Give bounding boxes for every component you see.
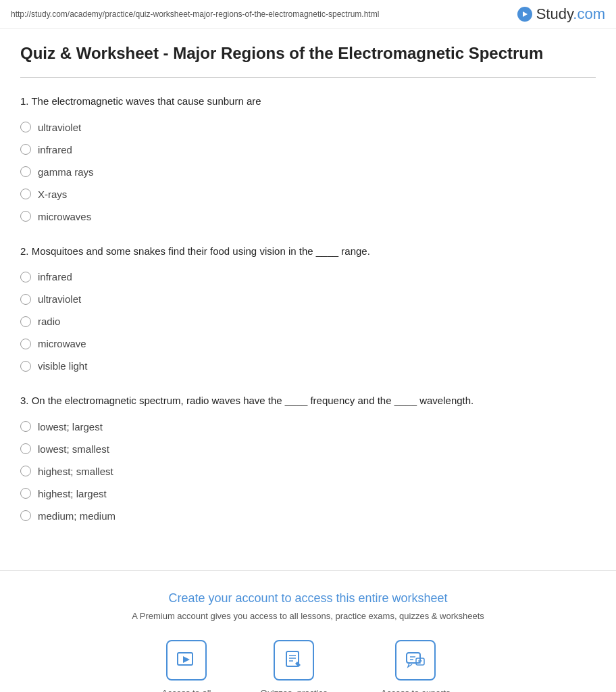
- url-display: http://study.com/academy/practice/quiz-w…: [11, 9, 379, 19]
- radio-q1-o4[interactable]: [20, 189, 31, 199]
- logo-text: Study.com: [536, 5, 605, 23]
- radio-q3-o2[interactable]: [20, 443, 31, 454]
- option-label-q2-o3: radio: [38, 316, 60, 327]
- radio-q3-o5[interactable]: [20, 510, 31, 521]
- top-bar: http://study.com/academy/practice/quiz-w…: [0, 0, 616, 29]
- feature-video: Access to allvideo lessons: [160, 640, 213, 692]
- option-label-q1-o4: X-rays: [38, 189, 67, 200]
- logo: Study.com: [517, 5, 605, 23]
- question-1-option-3[interactable]: gamma rays: [20, 165, 596, 179]
- svg-marker-2: [183, 656, 190, 663]
- question-1-option-1[interactable]: ultraviolet: [20, 120, 596, 134]
- question-3-option-3[interactable]: highest; smallest: [20, 464, 596, 478]
- radio-q1-o1[interactable]: [20, 122, 31, 132]
- radio-q1-o2[interactable]: [20, 144, 31, 155]
- question-1: 1. The electromagnetic waves that cause …: [20, 94, 596, 224]
- feature-video-label: Access to allvideo lessons: [160, 687, 213, 692]
- feature-quizzes-label: Quizzes, practice exams& worksheets: [253, 687, 334, 692]
- video-icon: [166, 640, 207, 681]
- question-2-options: infraredultravioletradiomicrowavevisible…: [20, 270, 596, 373]
- question-2-option-1[interactable]: infrared: [20, 270, 596, 284]
- cta-section: Create your account to access this entir…: [0, 570, 616, 692]
- main-content: Quiz & Worksheet - Major Regions of the …: [0, 29, 616, 564]
- radio-q1-o3[interactable]: [20, 166, 31, 177]
- option-label-q3-o1: lowest; largest: [38, 421, 103, 432]
- radio-q3-o4[interactable]: [20, 488, 31, 499]
- option-label-q3-o2: lowest; smallest: [38, 443, 109, 455]
- question-3-option-2[interactable]: lowest; smallest: [20, 442, 596, 456]
- radio-q2-o2[interactable]: [20, 294, 31, 305]
- chat-icon: [395, 640, 436, 681]
- cta-subtitle: A Premium account gives you access to al…: [14, 611, 602, 621]
- cta-title: Create your account to access this entir…: [14, 591, 602, 606]
- radio-q2-o1[interactable]: [20, 272, 31, 282]
- questions-container: 1. The electromagnetic waves that cause …: [20, 94, 596, 523]
- feature-experts-label: Access to experts forhomework questions: [375, 687, 456, 692]
- question-2-option-5[interactable]: visible light: [20, 359, 596, 373]
- question-1-text: 1. The electromagnetic waves that cause …: [20, 94, 596, 109]
- option-label-q2-o5: visible light: [38, 360, 87, 372]
- radio-q1-o5[interactable]: [20, 211, 31, 222]
- radio-q2-o3[interactable]: [20, 316, 31, 327]
- option-label-q2-o4: microwave: [38, 338, 86, 349]
- option-label-q2-o1: infrared: [38, 271, 72, 282]
- option-label-q1-o5: microwaves: [38, 211, 91, 222]
- question-3-option-4[interactable]: highest; largest: [20, 487, 596, 501]
- title-divider: [20, 77, 596, 78]
- features-row: Access to allvideo lessons Quizzes, prac…: [14, 640, 602, 692]
- svg-marker-0: [523, 11, 528, 17]
- option-label-q3-o4: highest; largest: [38, 488, 107, 499]
- question-3-options: lowest; largestlowest; smallesthighest; …: [20, 420, 596, 523]
- question-2-option-3[interactable]: radio: [20, 314, 596, 328]
- feature-experts: Access to experts forhomework questions: [375, 640, 456, 692]
- radio-q2-o5[interactable]: [20, 361, 31, 372]
- feature-quizzes: Quizzes, practice exams& worksheets: [253, 640, 334, 692]
- question-2-option-2[interactable]: ultraviolet: [20, 292, 596, 306]
- option-label-q1-o2: infrared: [38, 144, 72, 155]
- option-label-q2-o2: ultraviolet: [38, 293, 81, 305]
- option-label-q3-o3: highest; smallest: [38, 466, 113, 477]
- question-2-text: 2. Mosquitoes and some snakes find their…: [20, 244, 596, 260]
- radio-q3-o3[interactable]: [20, 466, 31, 476]
- radio-q2-o4[interactable]: [20, 339, 31, 349]
- page-title: Quiz & Worksheet - Major Regions of the …: [20, 43, 596, 64]
- question-3: 3. On the electromagnetic spectrum, radi…: [20, 393, 596, 523]
- question-2: 2. Mosquitoes and some snakes find their…: [20, 244, 596, 374]
- question-1-option-2[interactable]: infrared: [20, 143, 596, 157]
- radio-q3-o1[interactable]: [20, 421, 31, 432]
- question-3-text: 3. On the electromagnetic spectrum, radi…: [20, 393, 596, 409]
- option-label-q3-o5: medium; medium: [38, 510, 116, 522]
- question-3-option-1[interactable]: lowest; largest: [20, 420, 596, 434]
- question-1-options: ultravioletinfraredgamma raysX-raysmicro…: [20, 120, 596, 224]
- option-label-q1-o3: gamma rays: [38, 166, 94, 178]
- logo-icon: [517, 7, 532, 22]
- question-3-option-5[interactable]: medium; medium: [20, 509, 596, 523]
- question-2-option-4[interactable]: microwave: [20, 337, 596, 351]
- option-label-q1-o1: ultraviolet: [38, 122, 81, 133]
- question-1-option-4[interactable]: X-rays: [20, 187, 596, 201]
- question-1-option-5[interactable]: microwaves: [20, 209, 596, 224]
- quiz-icon: [274, 640, 314, 681]
